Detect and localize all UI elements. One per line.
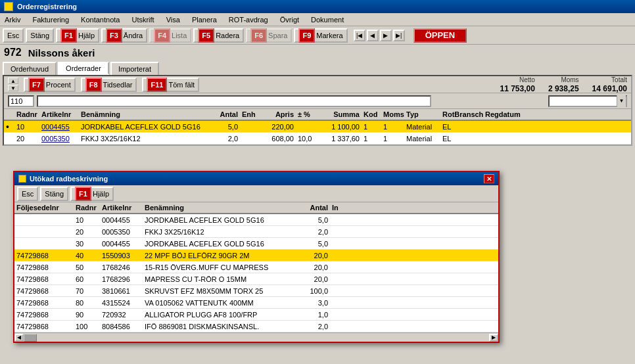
modal-table-row[interactable]: 20 0005350 FKKJ 3X25/16K12 2,0: [14, 226, 498, 238]
row-kod: 1: [362, 135, 381, 143]
menu-rotavdrag[interactable]: ROT-avdrag: [227, 15, 270, 24]
combo-field[interactable]: ▼: [548, 95, 627, 107]
f5-key: F5: [198, 28, 214, 43]
nav-last[interactable]: ▶|: [393, 30, 405, 41]
f1-button[interactable]: F1 Hjälp: [56, 28, 99, 43]
tab-orderrader[interactable]: Orderrader: [58, 62, 109, 75]
modal-f1-key: F1: [75, 187, 91, 201]
tomfalt-label: Töm fält: [168, 81, 195, 89]
modal-table-row[interactable]: 74729868 70 3810661 SKRUVST EFZ M8X50MM …: [14, 285, 498, 297]
radnr-input[interactable]: [8, 95, 34, 107]
modal-row-radnr: 40: [74, 252, 100, 260]
modal-scrollbar-h[interactable]: ◀ ▶: [14, 332, 498, 342]
modal-utokad[interactable]: Utökad radbeskrivning ✕ Esc Stäng F1 Hjä…: [13, 171, 500, 343]
f6-button[interactable]: F6 Spara: [246, 28, 292, 43]
row-rotbransch: EL: [440, 123, 483, 131]
modal-row-antal: 2,0: [294, 228, 330, 236]
f3-key: F3: [106, 28, 122, 43]
nav-buttons: |◀ ◀ ▶ ▶|: [354, 30, 405, 41]
modal-table-row[interactable]: 74729868 40 1550903 22 MPF BÖJ ELFÖRZ 90…: [14, 250, 498, 262]
modal-title-left: Utökad radbeskrivning: [18, 175, 108, 183]
col-antal: Antal: [210, 110, 240, 118]
row-summa: 1 337,60: [319, 135, 362, 143]
modal-stang-button[interactable]: Stäng: [40, 187, 68, 201]
modal-table-row[interactable]: 10 0004455 JORDKABEL ACEFLEX GOLD 5G16 5…: [14, 214, 498, 226]
modal-row-artikelnr: 720932: [100, 311, 143, 319]
modal-table-row[interactable]: 74729868 90 720932 ALLIGATOR PLUGG AF8 1…: [14, 309, 498, 321]
controls-row: ▲ ▼ F7 Procent F8 Tidsedlar F11 Töm fält…: [4, 76, 631, 93]
netto-total: Netto 11 753,00: [500, 76, 535, 93]
radera-label: Radera: [216, 32, 239, 39]
f11-key: F11: [147, 78, 167, 92]
modal-row-foljsedelnr: 74729868: [14, 263, 74, 271]
menu-kontantnota[interactable]: Kontantnota: [79, 15, 122, 24]
f11-tomfalt-button[interactable]: F11 Töm fält: [142, 78, 199, 92]
modal-row-radnr: 100: [74, 323, 100, 330]
modal-icon: [18, 175, 26, 183]
f7-procent-button[interactable]: F7 Procent: [24, 78, 76, 92]
f8-key: F8: [85, 78, 102, 92]
f9-button[interactable]: F9 Markera: [294, 28, 347, 43]
scroll-right[interactable]: ▶: [489, 334, 498, 342]
modal-table-row[interactable]: 30 0004455 JORDKABEL ACEFLEX GOLD 5G16 5…: [14, 238, 498, 250]
lista-label: Lista: [172, 32, 187, 39]
f4-button[interactable]: F4 Lista: [149, 28, 191, 43]
andra-label: Ändra: [124, 32, 143, 39]
tab-orderhuvud-label: Orderhuvud: [11, 65, 49, 73]
modal-esc-button[interactable]: Esc: [17, 187, 38, 201]
menu-ovrigt[interactable]: Övrigt: [278, 15, 301, 24]
f8-tidsedlar-button[interactable]: F8 Tidsedlar: [81, 78, 137, 92]
modal-row-benamning: JORDKABEL ACEFLEX GOLD 5G16: [143, 240, 294, 248]
modal-row-radnr: 50: [74, 263, 100, 271]
table-row[interactable]: 20 0005350 FKKJ 3X25/16K12 2,0 608,00 10…: [4, 133, 631, 145]
modal-col-artikelnr: Artikelnr: [100, 204, 143, 212]
col-summa: Summa: [319, 110, 362, 118]
modal-row-artikelnr: 1768296: [100, 275, 143, 283]
description-field[interactable]: [38, 97, 430, 105]
modal-row-benamning: JORDKABEL ACEFLEX GOLD 5G16: [143, 216, 294, 224]
f7-key: F7: [28, 78, 45, 92]
description-input[interactable]: [37, 95, 431, 107]
modal-col-radnr: Radnr: [74, 204, 100, 212]
stang-button[interactable]: Stäng: [26, 28, 54, 43]
modal-table-row[interactable]: 74729868 80 4315524 VA 0105062 VATTENUTK…: [14, 297, 498, 309]
menu-utskrift[interactable]: Utskrift: [129, 15, 156, 24]
tab-orderhuvud[interactable]: Orderhuvud: [3, 62, 57, 75]
col-kod: Kod: [362, 110, 381, 118]
spara-label: Spara: [268, 32, 287, 39]
tab-importerat[interactable]: Importerat: [110, 62, 159, 75]
menu-arkiv[interactable]: Arkiv: [3, 15, 22, 24]
scroll-thumb[interactable]: [24, 334, 37, 342]
modal-row-foljsedelnr: 74729868: [14, 275, 74, 283]
modal-table-row[interactable]: 74729868 100 8084586 IFÖ 8869081 DISKMAS…: [14, 321, 498, 332]
col-typ: Typ: [404, 110, 440, 118]
modal-table-row[interactable]: 74729868 60 1768296 MAPRESS CU T-RÖR O 1…: [14, 273, 498, 285]
modal-row-artikelnr: 4315524: [100, 299, 143, 307]
f1-key: F1: [60, 28, 77, 43]
modal-table-row[interactable]: 74729868 50 1768246 15-R15 ÖVERG.MUFF CU…: [14, 262, 498, 273]
modal-row-radnr: 90: [74, 311, 100, 319]
menu-visa[interactable]: Visa: [164, 15, 182, 24]
row-rotbransch: EL: [440, 135, 483, 143]
scroll-left[interactable]: ◀: [14, 334, 24, 342]
modal-f1-button[interactable]: F1 Hjälp: [70, 187, 114, 201]
col-procent: ± %: [296, 110, 319, 118]
nav-next[interactable]: ▶: [380, 30, 392, 41]
row-bullet: •: [4, 122, 14, 132]
menu-fakturering[interactable]: Fakturering: [30, 15, 71, 24]
modal-close-button[interactable]: ✕: [484, 174, 494, 183]
f5-button[interactable]: F5 Radera: [193, 28, 244, 43]
open-button[interactable]: ÖPPEN: [413, 28, 467, 43]
nav-first[interactable]: |◀: [354, 30, 365, 41]
menu-planera[interactable]: Planera: [190, 15, 219, 24]
row-up[interactable]: ▲: [8, 78, 18, 84]
f3-button[interactable]: F3 Ändra: [101, 28, 147, 43]
modal-row-foljsedelnr: 74729868: [14, 299, 74, 307]
esc-button[interactable]: Esc: [3, 28, 24, 43]
col-apris: Apris: [260, 110, 296, 118]
combo-arrow-icon[interactable]: ▼: [617, 95, 626, 107]
table-row[interactable]: • 10 0004455 JORDKABEL ACEFLEX GOLD 5G16…: [4, 121, 631, 133]
row-down[interactable]: ▼: [8, 85, 18, 91]
nav-prev[interactable]: ◀: [367, 30, 379, 41]
menu-dokument[interactable]: Dokument: [309, 15, 346, 24]
